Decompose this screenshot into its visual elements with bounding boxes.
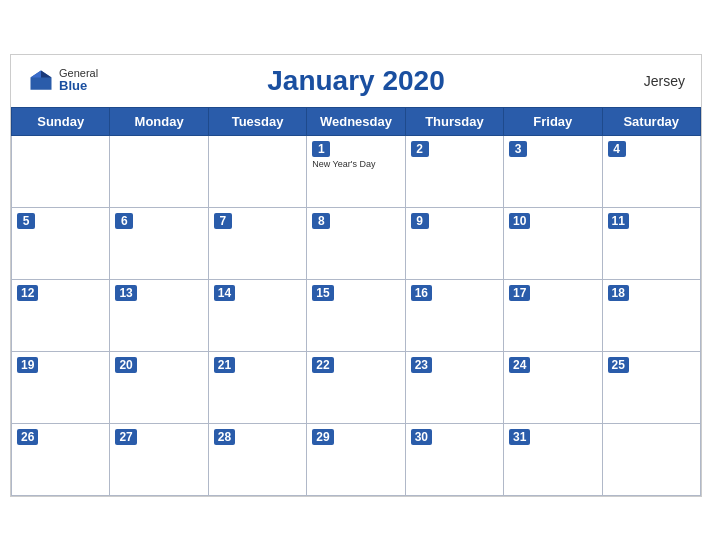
day-number: 31 xyxy=(509,429,530,445)
calendar-grid: Sunday Monday Tuesday Wednesday Thursday… xyxy=(11,107,701,496)
day-number: 7 xyxy=(214,213,232,229)
day-number: 23 xyxy=(411,357,432,373)
calendar-day xyxy=(208,135,306,207)
day-number: 26 xyxy=(17,429,38,445)
calendar-day: 12 xyxy=(12,279,110,351)
calendar-day: 30 xyxy=(405,423,503,495)
holiday-label: New Year's Day xyxy=(312,159,399,169)
day-number: 12 xyxy=(17,285,38,301)
calendar-day: 13 xyxy=(110,279,208,351)
col-monday: Monday xyxy=(110,107,208,135)
calendar-day: 11 xyxy=(602,207,700,279)
col-saturday: Saturday xyxy=(602,107,700,135)
calendar-day: 24 xyxy=(504,351,602,423)
calendar-day: 5 xyxy=(12,207,110,279)
calendar-day: 27 xyxy=(110,423,208,495)
calendar-day: 25 xyxy=(602,351,700,423)
logo-text: General Blue xyxy=(59,67,98,93)
day-number: 15 xyxy=(312,285,333,301)
calendar-day: 8 xyxy=(307,207,405,279)
day-number: 17 xyxy=(509,285,530,301)
col-sunday: Sunday xyxy=(12,107,110,135)
col-friday: Friday xyxy=(504,107,602,135)
calendar-day: 28 xyxy=(208,423,306,495)
day-number: 2 xyxy=(411,141,429,157)
day-number: 22 xyxy=(312,357,333,373)
day-number: 1 xyxy=(312,141,330,157)
calendar-day: 21 xyxy=(208,351,306,423)
day-number: 5 xyxy=(17,213,35,229)
calendar-week-row: 1New Year's Day234 xyxy=(12,135,701,207)
col-wednesday: Wednesday xyxy=(307,107,405,135)
col-tuesday: Tuesday xyxy=(208,107,306,135)
calendar-day: 22 xyxy=(307,351,405,423)
calendar-day: 14 xyxy=(208,279,306,351)
calendar-week-row: 19202122232425 xyxy=(12,351,701,423)
day-number: 24 xyxy=(509,357,530,373)
day-number: 4 xyxy=(608,141,626,157)
day-number: 27 xyxy=(115,429,136,445)
calendar-week-row: 567891011 xyxy=(12,207,701,279)
day-number: 10 xyxy=(509,213,530,229)
day-number: 30 xyxy=(411,429,432,445)
calendar-day: 17 xyxy=(504,279,602,351)
day-number: 19 xyxy=(17,357,38,373)
day-number: 8 xyxy=(312,213,330,229)
calendar-header: General Blue January 2020 Jersey xyxy=(11,55,701,107)
calendar-day: 10 xyxy=(504,207,602,279)
day-number: 6 xyxy=(115,213,133,229)
calendar-day: 3 xyxy=(504,135,602,207)
calendar-day: 2 xyxy=(405,135,503,207)
calendar-day: 23 xyxy=(405,351,503,423)
day-number: 13 xyxy=(115,285,136,301)
calendar-day: 31 xyxy=(504,423,602,495)
calendar-day: 1New Year's Day xyxy=(307,135,405,207)
day-number: 25 xyxy=(608,357,629,373)
day-number: 16 xyxy=(411,285,432,301)
calendar-day: 26 xyxy=(12,423,110,495)
calendar-day: 6 xyxy=(110,207,208,279)
col-thursday: Thursday xyxy=(405,107,503,135)
day-number: 18 xyxy=(608,285,629,301)
calendar-day: 7 xyxy=(208,207,306,279)
region-label: Jersey xyxy=(644,73,685,89)
day-number: 21 xyxy=(214,357,235,373)
calendar-day: 19 xyxy=(12,351,110,423)
day-number: 14 xyxy=(214,285,235,301)
calendar-container: General Blue January 2020 Jersey Sunday … xyxy=(10,54,702,497)
calendar-day: 9 xyxy=(405,207,503,279)
weekday-header-row: Sunday Monday Tuesday Wednesday Thursday… xyxy=(12,107,701,135)
logo-area: General Blue xyxy=(27,67,98,95)
calendar-day: 16 xyxy=(405,279,503,351)
day-number: 9 xyxy=(411,213,429,229)
calendar-day: 29 xyxy=(307,423,405,495)
svg-marker-1 xyxy=(41,70,52,77)
calendar-day xyxy=(602,423,700,495)
calendar-day: 4 xyxy=(602,135,700,207)
calendar-day xyxy=(110,135,208,207)
svg-marker-2 xyxy=(31,70,42,77)
day-number: 28 xyxy=(214,429,235,445)
calendar-day xyxy=(12,135,110,207)
calendar-week-row: 12131415161718 xyxy=(12,279,701,351)
day-number: 20 xyxy=(115,357,136,373)
day-number: 11 xyxy=(608,213,629,229)
logo-icon xyxy=(27,67,55,95)
calendar-week-row: 262728293031 xyxy=(12,423,701,495)
day-number: 29 xyxy=(312,429,333,445)
day-number: 3 xyxy=(509,141,527,157)
calendar-day: 18 xyxy=(602,279,700,351)
calendar-day: 15 xyxy=(307,279,405,351)
logo-blue-text: Blue xyxy=(59,79,98,93)
calendar-title: January 2020 xyxy=(267,65,444,97)
calendar-day: 20 xyxy=(110,351,208,423)
